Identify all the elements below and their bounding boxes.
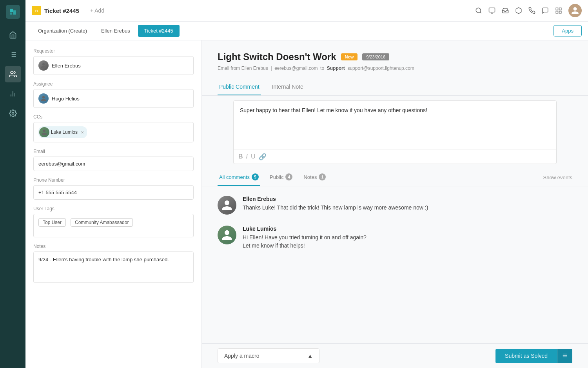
requestor-field: Ellen Erebus bbox=[33, 56, 194, 75]
badge-date: 9/23/2016 bbox=[362, 53, 389, 60]
assignee-name: Hugo Helios bbox=[52, 96, 80, 102]
apps-button[interactable]: Apps bbox=[554, 25, 582, 36]
comment-author-1: Luke Lumios bbox=[243, 226, 572, 232]
reply-box: Super happy to hear that Ellen! Let me k… bbox=[233, 100, 557, 164]
badge-new: New bbox=[341, 53, 358, 60]
ac-tab-all[interactable]: All comments 5 bbox=[218, 169, 260, 186]
ac-tab-all-label: All comments bbox=[219, 174, 250, 180]
add-button[interactable]: + Add bbox=[90, 7, 104, 14]
reply-box-container: Super happy to hear that Ellen! Let me k… bbox=[202, 96, 588, 169]
phone-field[interactable]: +1 555 555 5544 bbox=[33, 185, 194, 200]
sidebar-item-settings[interactable] bbox=[5, 105, 21, 122]
ac-tab-notes[interactable]: Notes 1 bbox=[302, 169, 327, 186]
ccs-label: CCs bbox=[33, 114, 194, 120]
sidebar-item-home[interactable] bbox=[5, 27, 21, 43]
logo[interactable] bbox=[6, 5, 20, 19]
meta-group: Support bbox=[327, 66, 345, 71]
tab-internal-note[interactable]: Internal Note bbox=[270, 79, 305, 95]
ac-badge-notes: 1 bbox=[319, 173, 326, 180]
content-area: Requestor Ellen Erebus Assignee Hugo Hel… bbox=[25, 40, 588, 368]
tab-organization[interactable]: Organization (Create) bbox=[32, 25, 93, 37]
cc-remove-icon[interactable]: ✕ bbox=[81, 130, 84, 135]
svg-rect-13 bbox=[489, 8, 495, 12]
left-panel: Requestor Ellen Erebus Assignee Hugo Hel… bbox=[25, 40, 202, 368]
main-area: n Ticket #2445 + Add bbox=[25, 0, 588, 368]
grid-icon[interactable] bbox=[555, 7, 562, 14]
all-comments-tabs: All comments 5 Public 4 Notes 1 Show eve… bbox=[202, 169, 588, 186]
ticket-title: Light Switch Doesn't Work bbox=[218, 51, 336, 62]
comment-body-0: Ellen Erebus Thanks Luke! That did the t… bbox=[243, 196, 572, 215]
comment-avatar-ellen bbox=[218, 196, 236, 215]
link-icon[interactable]: 🔗 bbox=[259, 153, 267, 160]
phone-icon[interactable] bbox=[528, 7, 535, 14]
comment-item: Ellen Erebus Thanks Luke! That did the t… bbox=[218, 196, 572, 215]
ticket-header: Light Switch Doesn't Work New 9/23/2016 … bbox=[202, 40, 588, 79]
svg-rect-18 bbox=[559, 11, 561, 13]
svg-point-11 bbox=[476, 8, 481, 13]
tab-user[interactable]: Ellen Erebus bbox=[95, 25, 136, 37]
underline-icon[interactable]: U bbox=[251, 153, 256, 160]
chat-icon[interactable] bbox=[542, 7, 549, 14]
svg-point-6 bbox=[11, 71, 13, 74]
reply-toolbar: B I U 🔗 bbox=[234, 149, 556, 164]
assignee-field: Hugo Helios bbox=[33, 89, 194, 108]
email-value: eerebus@gmail.com bbox=[38, 161, 85, 167]
monitor-icon[interactable] bbox=[488, 7, 495, 14]
tab-public-comment[interactable]: Public Comment bbox=[218, 79, 261, 95]
ac-tab-notes-label: Notes bbox=[303, 174, 317, 180]
package-icon[interactable] bbox=[515, 7, 522, 14]
tags-field[interactable]: Top User Community Amabassador bbox=[33, 214, 194, 237]
email-field[interactable]: eerebus@gmail.com bbox=[33, 157, 194, 171]
requestor-name: Ellen Erebus bbox=[52, 63, 81, 69]
meta-to: to bbox=[320, 66, 324, 71]
comment-compose-tabs: Public Comment Internal Note bbox=[202, 79, 588, 96]
tags-label: User Tags bbox=[33, 206, 194, 211]
comments-feed: Ellen Erebus Thanks Luke! That did the t… bbox=[202, 186, 588, 343]
cc-name: Luke Lumios bbox=[51, 129, 78, 135]
notes-field[interactable]: 9/24 - Ellen's having trouble with the l… bbox=[33, 251, 194, 283]
ac-badge-all: 5 bbox=[252, 173, 259, 180]
svg-rect-17 bbox=[559, 8, 561, 10]
submit-button[interactable]: Submit as Solved bbox=[495, 349, 557, 363]
phone-value: +1 555 555 5544 bbox=[38, 189, 77, 195]
ticket-meta: Email from Ellen Erebus | eerebus@gmail.… bbox=[218, 66, 572, 71]
comment-item: Luke Lumios Hi Ellen! Have you tried tur… bbox=[218, 226, 572, 250]
sidebar bbox=[0, 0, 25, 368]
svg-point-10 bbox=[12, 113, 14, 115]
user-avatar[interactable] bbox=[568, 4, 582, 17]
right-panel: Light Switch Doesn't Work New 9/23/2016 … bbox=[202, 40, 588, 368]
reply-textarea[interactable]: Super happy to hear that Ellen! Let me k… bbox=[234, 101, 556, 148]
tabbar: Organization (Create) Ellen Erebus Ticke… bbox=[25, 22, 588, 40]
submit-group: Submit as Solved bbox=[495, 349, 572, 363]
sidebar-item-list[interactable] bbox=[5, 46, 21, 63]
bold-icon[interactable]: B bbox=[238, 153, 243, 160]
ac-tab-public-label: Public bbox=[270, 174, 283, 180]
tab-ticket[interactable]: Ticket #2445 bbox=[138, 25, 180, 37]
macro-dropdown[interactable]: Apply a macro ▲ bbox=[218, 348, 319, 363]
svg-line-12 bbox=[480, 12, 481, 13]
sidebar-item-chart[interactable] bbox=[5, 86, 21, 102]
submit-dropdown-button[interactable] bbox=[557, 349, 572, 363]
search-icon[interactable] bbox=[475, 7, 482, 14]
ticket-label: n Ticket #2445 bbox=[32, 6, 79, 15]
sidebar-item-users[interactable] bbox=[5, 66, 21, 82]
comment-text-0: Thanks Luke! That did the trick! This ne… bbox=[243, 204, 572, 212]
tag-top-user: Top User bbox=[38, 218, 66, 227]
comment-body-1: Luke Lumios Hi Ellen! Have you tried tur… bbox=[243, 226, 572, 250]
comment-author-0: Ellen Erebus bbox=[243, 196, 572, 202]
ac-badge-public: 4 bbox=[285, 173, 292, 180]
meta-email-to: support@support.lightenup.com bbox=[347, 66, 414, 71]
italic-icon[interactable]: I bbox=[246, 153, 248, 160]
show-events-link[interactable]: Show events bbox=[543, 175, 572, 180]
requestor-avatar bbox=[38, 60, 49, 71]
ticket-title-label: Ticket #2445 bbox=[44, 7, 79, 14]
cc-tag: Luke Lumios ✕ bbox=[38, 126, 87, 138]
ac-tab-public[interactable]: Public 4 bbox=[268, 169, 294, 186]
inbox-icon[interactable] bbox=[502, 7, 509, 14]
email-label: Email bbox=[33, 149, 194, 154]
ccs-field[interactable]: Luke Lumios ✕ bbox=[33, 122, 194, 142]
phone-label: Phone Number bbox=[33, 177, 194, 183]
assignee-avatar bbox=[38, 93, 49, 104]
topbar: n Ticket #2445 + Add bbox=[25, 0, 588, 22]
meta-email-from: eerebus@gmail.com bbox=[274, 66, 318, 71]
